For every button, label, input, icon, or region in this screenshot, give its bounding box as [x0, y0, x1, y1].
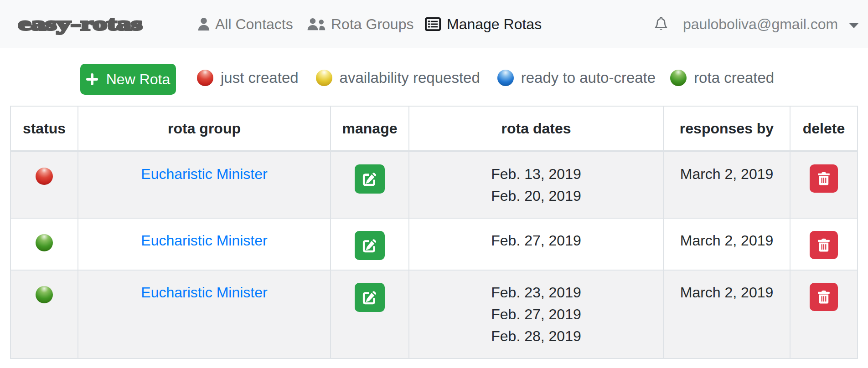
svg-text:easy-rotas: easy-rotas	[18, 13, 142, 35]
